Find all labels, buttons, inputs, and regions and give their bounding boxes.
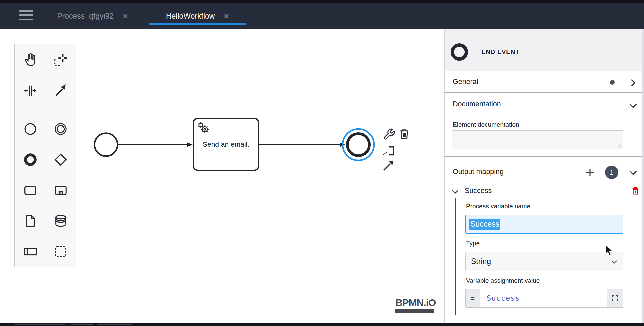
connect-arrow-icon[interactable] [381, 158, 396, 173]
end-event-shape-selected[interactable] [338, 125, 378, 165]
palette [14, 44, 76, 267]
chevron-down-icon [610, 258, 618, 266]
bpmn-io-logo-bar [395, 309, 434, 313]
group-indent-line [455, 198, 456, 315]
delete-mapping-trash-icon[interactable] [631, 185, 640, 197]
hamburger-icon [19, 10, 33, 12]
feel-expression-editor[interactable]: = Success [465, 289, 623, 308]
service-task-shape[interactable]: Send an email. [193, 118, 259, 171]
element-documentation-textarea[interactable] [452, 130, 623, 149]
documentation-label: Documentation [453, 100, 501, 108]
element-documentation-label: Element documentation [453, 121, 519, 128]
hand-tool[interactable] [23, 52, 38, 68]
create-intermediate-event[interactable] [53, 121, 68, 137]
sequence-flow[interactable] [117, 141, 194, 148]
create-task[interactable] [23, 183, 38, 198]
selected-input-text: Success [469, 219, 500, 230]
feel-expression-value[interactable]: Success [480, 289, 607, 307]
hamburger-icon [19, 19, 33, 20]
bpmn-modeler-window: Process_qfgyi92 ✕ HelloWorkflow ✕ [0, 0, 644, 326]
chevron-down-icon[interactable] [451, 187, 459, 196]
close-icon[interactable]: ✕ [223, 13, 229, 20]
panel-title: END EVENT [481, 48, 519, 56]
tab-title: HelloWorkflow [166, 12, 215, 21]
hamburger-icon [19, 14, 33, 16]
type-label: Type [466, 240, 480, 247]
bpmn-io-logo: BPMN.iO [395, 297, 436, 308]
bottom-strip-artifact [71, 324, 93, 325]
variable-assignment-value-label: Variable assignment value [466, 277, 540, 284]
bottom-strip-artifact [97, 324, 132, 325]
process-variable-name-input[interactable]: Success [465, 215, 623, 234]
bpmn-io-watermark[interactable]: BPMN.iO [395, 297, 436, 313]
end-event-icon [451, 43, 468, 61]
global-connect-tool[interactable] [53, 83, 68, 98]
tab-process-qfgyi92[interactable]: Process_qfgyi92 ✕ [43, 3, 143, 29]
start-event-shape[interactable] [93, 131, 119, 158]
palette-divider [18, 110, 72, 110]
create-data-object[interactable] [23, 213, 38, 229]
create-participant[interactable] [23, 244, 38, 259]
wrench-icon[interactable] [383, 128, 395, 141]
create-subprocess[interactable] [53, 183, 68, 198]
text-annotation-icon[interactable] [381, 142, 396, 157]
count-badge: 1 [605, 166, 618, 179]
bottom-strip-artifact [15, 324, 65, 325]
create-end-event[interactable] [23, 152, 38, 167]
output-mapping-label: Output mapping [453, 168, 504, 176]
menu-button[interactable] [19, 10, 33, 20]
feel-equals-prefix: = [466, 289, 480, 307]
expand-icon [611, 294, 619, 302]
tab-title: Process_qfgyi92 [57, 12, 114, 21]
chevron-down-icon[interactable] [628, 101, 638, 111]
space-tool[interactable] [23, 83, 38, 98]
general-filled-dot [610, 80, 615, 85]
panel-scrollbar[interactable] [642, 29, 644, 323]
chevron-right-icon[interactable] [628, 78, 638, 88]
active-tab-indicator [149, 23, 246, 25]
lasso-tool[interactable] [53, 52, 68, 68]
trash-icon[interactable] [398, 127, 411, 141]
chevron-down-icon[interactable] [628, 168, 638, 178]
type-select[interactable]: String [465, 252, 623, 271]
add-mapping-button[interactable] [585, 167, 595, 178]
section-divider [445, 156, 642, 157]
general-label: General [453, 78, 478, 86]
tab-helloworkflow[interactable]: HelloWorkflow ✕ [149, 3, 246, 29]
resize-handle-icon[interactable] [617, 143, 622, 148]
create-group[interactable] [53, 244, 68, 259]
close-icon[interactable]: ✕ [122, 13, 128, 20]
mouse-cursor [605, 244, 615, 259]
window-bottom-edge [0, 323, 644, 326]
panel-header [445, 29, 642, 71]
type-select-value: String [471, 257, 491, 266]
process-variable-name-label: Process variable name [466, 203, 530, 210]
task-label: Send an email. [194, 119, 258, 170]
open-popup-editor-button[interactable] [607, 289, 623, 307]
window-top-edge [0, 0, 644, 3]
sequence-flow[interactable] [259, 141, 347, 148]
mapping-item-title: Success [465, 187, 492, 195]
create-gateway[interactable] [53, 152, 68, 167]
create-data-store[interactable] [53, 213, 68, 229]
create-start-event[interactable] [23, 121, 38, 137]
